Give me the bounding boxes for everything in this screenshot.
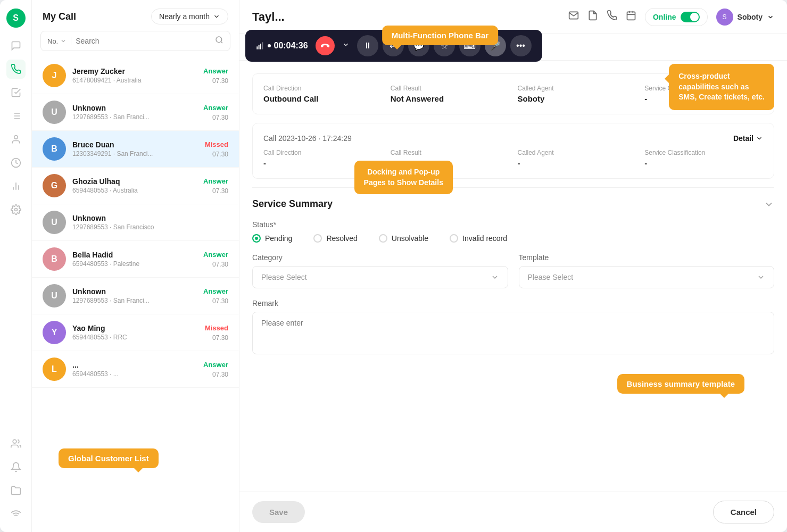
user-avatar: S [716,9,733,26]
docking-tooltip: Docking and Pop-upPages to Show Details [354,161,453,194]
calendar-icon[interactable] [626,10,636,23]
detail-link[interactable]: Detail [733,134,763,143]
status-invalid[interactable]: Invalid record [450,234,507,243]
svg-point-12 [13,440,16,444]
clock-icon[interactable] [6,153,26,172]
search-button[interactable] [215,36,223,46]
category-field: Category Please Select [252,253,508,288]
phone-more-button[interactable]: ••• [510,35,532,56]
call-info: Unknown 1297689553 · San Franci... [72,287,197,304]
service-class-field-2: Service Classification - [644,149,763,168]
phone-pause-button[interactable]: ⏸ [357,35,378,56]
time-filter[interactable]: Nearly a month [151,9,228,24]
svg-point-6 [14,136,18,139]
service-summary-title: Service Summary [252,198,333,210]
content-area: Call Direction Outbound Call Call Result… [239,61,787,492]
checklist-icon[interactable] [6,83,26,102]
radio-invalid [450,234,458,243]
status-pending[interactable]: Pending [252,234,292,243]
avatar: J [43,64,66,87]
avatar: L [43,358,66,381]
end-call-button[interactable] [316,36,335,55]
list-item[interactable]: U Unknown 1297689553 · San Franci... Ans… [32,94,239,131]
person-icon[interactable] [6,130,26,149]
svg-rect-23 [262,42,263,49]
topbar: Tayl... Online S [239,0,787,34]
avatar: U [43,101,66,124]
list-item[interactable]: J Jeremy Zucker 61478089421 · Australia … [32,57,239,94]
app-avatar: S [6,9,26,28]
topbar-actions: Online S Soboty [568,8,774,26]
call-timer: 00:04:36 [274,41,308,51]
bell-icon[interactable] [6,458,26,477]
chat-icon[interactable] [6,36,26,55]
avatar: Y [43,321,66,344]
avatar: B [43,137,66,161]
signal-icon [255,41,264,50]
user-name: Soboty [738,13,763,21]
search-prefix[interactable]: No. [47,37,71,45]
list-item[interactable]: Y Yao Ming 6594480553 · RRC Missed 07.30 [32,314,239,351]
wifi-icon[interactable] [6,504,26,523]
remark-section: Remark [252,299,774,356]
list-item[interactable]: B Bella Hadid 6594480553 · Palestine Ans… [32,241,239,278]
cancel-button[interactable]: Cancel [713,501,774,523]
phone-dot [267,44,270,47]
group-icon[interactable] [6,434,26,453]
cross-product-tooltip: Cross-productcapabilities such asSMS, Cr… [669,64,774,110]
global-customer-tooltip: Global Customer List [59,448,159,468]
list-icon[interactable] [6,106,26,126]
list-item[interactable]: U Unknown 1297689553 · San Franci... Ans… [32,278,239,314]
phone-bar-tooltip: Multi-Function Phone Bar [382,26,498,45]
call-info: ... 6594480553 · ... [72,361,197,378]
service-summary: Service Summary Status* Pending Resolved [252,187,774,356]
list-item[interactable]: G Ghozia Ulhaq 6594480553 · Australia An… [32,168,239,204]
document-icon[interactable] [587,10,598,23]
svg-line-15 [221,41,222,43]
folder-icon[interactable] [6,481,26,500]
phone-signal-area: 00:04:36 [255,41,308,51]
category-select[interactable]: Please Select [252,266,508,288]
svg-rect-20 [256,46,258,49]
avatar: B [43,247,66,271]
settings-icon[interactable] [6,200,26,219]
user-badge[interactable]: S Soboty [716,9,774,26]
list-item[interactable]: U Unknown 1297689553 · San Francisco [32,204,239,241]
online-status[interactable]: Online [645,8,708,26]
icon-rail: S [0,0,32,532]
phone-icon[interactable] [6,60,26,79]
action-bar: Save Cancel [239,492,787,532]
svg-point-14 [216,37,222,43]
call-info: Yao Ming 6594480553 · RRC [72,324,198,341]
status-unsolvable[interactable]: Unsolvable [379,234,428,243]
call-info: Bruce Duan 12303349291 · San Franci... [72,140,198,157]
biz-template-tooltip: Business summary template [617,374,744,394]
online-label: Online [653,13,676,21]
online-toggle[interactable] [681,12,700,22]
radio-resolved [313,234,322,243]
status-resolved[interactable]: Resolved [313,234,357,243]
email-icon[interactable] [568,10,579,23]
sidebar-title: My Call [43,11,76,22]
phone-topbar-icon[interactable] [607,10,617,23]
list-item[interactable]: L ... 6594480553 · ... Answer 07.30 [32,351,239,388]
svg-rect-16 [627,12,635,20]
chart-icon[interactable] [6,177,26,196]
list-item[interactable]: B Bruce Duan 12303349291 · San Franci...… [32,131,239,168]
call-direction-field: Call Direction Outbound Call [263,85,382,103]
avatar: U [43,211,66,234]
category-template-row: Category Please Select Template Please S… [252,253,774,288]
call-info: Ghozia Ulhaq 6594480553 · Australia [72,177,197,194]
radio-unsolvable [379,234,387,243]
search-input[interactable] [76,37,211,45]
summary-collapse-icon[interactable] [764,199,774,210]
svg-rect-21 [258,45,259,49]
template-select[interactable]: Please Select [519,266,775,288]
sidebar-header: My Call Nearly a month [32,0,239,31]
call-info: Unknown 1297689553 · San Francisco [72,214,222,231]
call-info: Unknown 1297689553 · San Franci... [72,104,197,121]
remark-textarea[interactable] [252,312,774,354]
phone-chevron-icon[interactable] [342,41,350,51]
call-record-2-header: Call 2023-10-26 · 17:24:29 Detail [263,134,763,143]
save-button[interactable]: Save [252,501,305,523]
